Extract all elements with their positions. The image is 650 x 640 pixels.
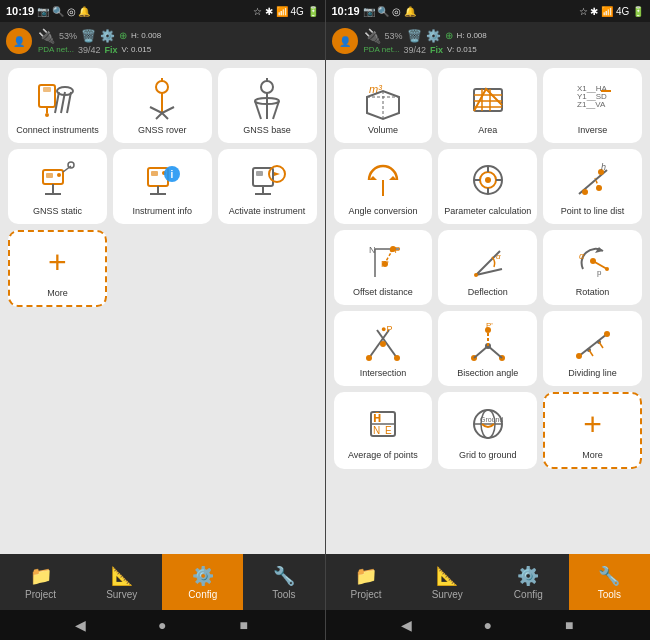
nav-tools-left-label: Tools <box>272 589 295 600</box>
more-left-label: More <box>47 288 68 299</box>
tool-instrument-info[interactable]: i Instrument info <box>113 149 212 224</box>
tool-area[interactable]: Area <box>438 68 537 143</box>
bottom-nav-right: 📁 Project 📐 Survey ⚙️ Config 🔧 Tools <box>326 554 651 610</box>
nav-project-right-label: Project <box>351 589 382 600</box>
offset-distance-label: Offset distance <box>353 287 413 298</box>
svg-text:P': P' <box>486 321 493 330</box>
nav-config-right[interactable]: ⚙️ Config <box>488 554 569 610</box>
svg-text:Z1__VA: Z1__VA <box>577 100 606 109</box>
tool-intersection[interactable]: ●P Intersection <box>334 311 433 386</box>
tool-connect-instruments[interactable]: Connect instruments <box>8 68 107 143</box>
gnss-base-label: GNSS base <box>243 125 291 136</box>
tool-parameter-calc[interactable]: Parameter calculation <box>438 149 537 224</box>
battery-left: 53% <box>59 31 77 41</box>
tool-grid-to-ground[interactable]: Ground Grid to ground <box>438 392 537 469</box>
connect-instruments-icon <box>35 77 79 121</box>
tool-deflection[interactable]: α Deflection <box>438 230 537 305</box>
back-btn-right[interactable]: ◀ <box>396 615 416 635</box>
svg-text:h: h <box>601 162 606 172</box>
rotation-label: Rotation <box>576 287 610 298</box>
svg-point-61 <box>485 177 491 183</box>
tool-gnss-base[interactable]: GNSS base <box>218 68 317 143</box>
bottom-nav-left: 📁 Project 📐 Survey ⚙️ Config 🔧 Tools <box>0 554 325 610</box>
activate-instrument-label: Activate instrument <box>229 206 306 217</box>
volume-icon: m³ <box>361 77 405 121</box>
svg-line-14 <box>162 113 168 119</box>
status-icons-left: 📷 🔍 ◎ 🔔 <box>37 6 90 17</box>
nav-tools-right[interactable]: 🔧 Tools <box>569 554 650 610</box>
inverse-label: Inverse <box>578 125 608 136</box>
tool-inverse[interactable]: X1__HA Y1__SD Z1__VA Inverse <box>543 68 642 143</box>
svg-point-101 <box>604 331 610 337</box>
tools-icon-right: 🔧 <box>598 565 620 587</box>
app-bar-left: 👤 🔌 53% 🗑️ ⚙️ ⊕ H: 0.008 PDA net... 39/4… <box>0 22 325 60</box>
home-bar-left: ◀ ● ■ <box>0 610 325 640</box>
nav-project-left-label: Project <box>25 589 56 600</box>
tool-gnss-static[interactable]: GNSS static <box>8 149 107 224</box>
connect-instruments-label: Connect instruments <box>16 125 99 136</box>
home-bar-right: ◀ ● ■ <box>326 610 651 640</box>
pda-net-left: PDA net... <box>38 45 74 54</box>
config-icon-right: ⚙️ <box>517 565 539 587</box>
nav-project-right[interactable]: 📁 Project <box>326 554 407 610</box>
tool-angle-conversion[interactable]: Angle conversion <box>334 149 433 224</box>
point-to-line-label: Point to line dist <box>561 206 625 217</box>
status-bar-left: 10:19 📷 🔍 ◎ 🔔 ☆ ✱ 📶 4G 🔋 <box>0 0 325 22</box>
left-panel: 10:19 📷 🔍 ◎ 🔔 ☆ ✱ 📶 4G 🔋 👤 🔌 53% 🗑️ ⚙️ ⊕… <box>0 0 325 640</box>
battery-right: 53% <box>385 31 403 41</box>
svg-line-11 <box>150 107 162 113</box>
svg-text:p: p <box>597 268 602 277</box>
tool-rotation[interactable]: α p Rotation <box>543 230 642 305</box>
status-icons-right: 📷 🔍 ◎ 🔔 <box>363 6 416 17</box>
config-icon-left: ⚙️ <box>192 565 214 587</box>
nav-config-left[interactable]: ⚙️ Config <box>162 554 243 610</box>
svg-line-96 <box>488 346 502 358</box>
tool-offset-distance[interactable]: N ●P P' Offset distance <box>334 230 433 305</box>
parameter-calc-icon <box>466 158 510 202</box>
avatar-right: 👤 <box>332 28 358 54</box>
svg-point-8 <box>156 81 168 93</box>
svg-line-12 <box>162 107 174 113</box>
svg-point-89 <box>380 341 386 347</box>
recent-btn-right[interactable]: ■ <box>559 615 579 635</box>
survey-icon-left: 📐 <box>111 565 133 587</box>
recent-btn-left[interactable]: ■ <box>234 615 254 635</box>
home-btn-right[interactable]: ● <box>478 615 498 635</box>
rotation-icon: α p <box>571 239 615 283</box>
right-panel: 10:19 📷 🔍 ◎ 🔔 ☆ ✱ 📶 4G 🔋 👤 🔌 53% 🗑️ ⚙️ ⊕… <box>326 0 651 640</box>
status-right-left: ☆ ✱ 📶 4G 🔋 <box>253 6 318 17</box>
tool-activate-instrument[interactable]: Activate instrument <box>218 149 317 224</box>
tool-bisection-angle[interactable]: P' Bisection angle <box>438 311 537 386</box>
svg-line-104 <box>589 350 593 356</box>
svg-line-105 <box>599 342 603 348</box>
more-right-icon: + <box>571 402 615 446</box>
nav-project-left[interactable]: 📁 Project <box>0 554 81 610</box>
average-of-points-icon: H̄ N E <box>361 402 405 446</box>
tool-average-of-points[interactable]: H̄ N E Average of points <box>334 392 433 469</box>
svg-line-95 <box>474 346 488 358</box>
angle-conversion-label: Angle conversion <box>348 206 417 217</box>
home-btn-left[interactable]: ● <box>152 615 172 635</box>
tool-dividing-line[interactable]: Dividing line <box>543 311 642 386</box>
gnss-rover-label: GNSS rover <box>138 125 187 136</box>
svg-text:α: α <box>579 251 585 261</box>
nav-tools-left[interactable]: 🔧 Tools <box>243 554 324 610</box>
average-of-points-label: Average of points <box>348 450 418 461</box>
svg-rect-37 <box>256 171 263 176</box>
gnss-static-label: GNSS static <box>33 206 82 217</box>
tool-more-left[interactable]: + More <box>8 230 107 307</box>
svg-text:H̄: H̄ <box>373 412 381 424</box>
bisection-angle-icon: P' <box>466 320 510 364</box>
tool-point-to-line[interactable]: h Point to line dist <box>543 149 642 224</box>
back-btn-left[interactable]: ◀ <box>71 615 91 635</box>
svg-point-88 <box>394 355 400 361</box>
nav-survey-right[interactable]: 📐 Survey <box>407 554 488 610</box>
tool-gnss-rover[interactable]: GNSS rover <box>113 68 212 143</box>
status-bar-right: 10:19 📷 🔍 ◎ 🔔 ☆ ✱ 📶 4G 🔋 <box>326 0 651 22</box>
tool-volume[interactable]: m³ Volume <box>334 68 433 143</box>
svg-line-99 <box>579 334 607 356</box>
time-left: 10:19 <box>6 5 34 17</box>
tool-more-right[interactable]: + More <box>543 392 642 469</box>
nav-survey-left[interactable]: 📐 Survey <box>81 554 162 610</box>
svg-rect-1 <box>43 87 51 92</box>
